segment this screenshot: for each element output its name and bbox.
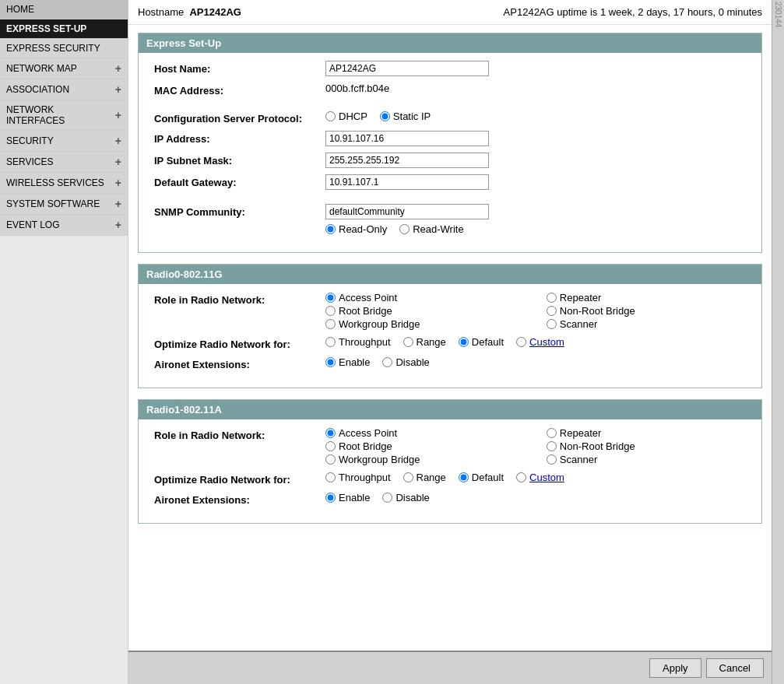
apply-button[interactable]: Apply [649, 658, 701, 678]
sidebar-item-wireless-services[interactable]: WIRELESS SERVICES + [0, 173, 128, 194]
radio1-root-bridge-radio[interactable] [325, 441, 336, 451]
default-gateway-row: Default Gateway: [154, 174, 746, 190]
mac-address-label: MAC Address: [154, 82, 325, 96]
radio0-throughput-option[interactable]: Throughput [325, 336, 391, 348]
cancel-button[interactable]: Cancel [706, 658, 764, 678]
radio0-default-radio[interactable] [459, 337, 469, 347]
plus-icon: + [115, 62, 121, 75]
sidebar-item-event-log[interactable]: EVENT LOG + [0, 215, 128, 236]
snmp-read-write-radio[interactable] [399, 224, 410, 234]
radio1-throughput-option[interactable]: Throughput [325, 472, 391, 483]
hostname-display: Hostname AP1242AG [138, 6, 241, 18]
dhcp-option[interactable]: DHCP [325, 110, 367, 122]
subnet-mask-input[interactable] [325, 153, 489, 168]
default-gateway-input[interactable] [325, 174, 489, 190]
radio1-default-radio[interactable] [459, 472, 469, 482]
radio0-range-option[interactable]: Range [403, 336, 446, 348]
sidebar-item-express-security[interactable]: EXPRESS SECURITY [0, 39, 128, 58]
radio0-non-root-bridge-radio[interactable] [547, 306, 557, 316]
radio0-role-row: Role in Radio Network: Access Point Repe… [154, 292, 746, 330]
radio0-scanner-option[interactable]: Scanner [547, 318, 746, 330]
radio1-section: Radio1-802.11A Role in Radio Network: Ac… [138, 399, 762, 524]
radio1-repeater-option[interactable]: Repeater [547, 427, 746, 439]
radio1-role-label: Role in Radio Network: [154, 427, 325, 441]
express-setup-body: Host Name: MAC Address: 000b.fcff.b04e C… [139, 53, 761, 252]
sidebar-item-services[interactable]: SERVICES + [0, 152, 128, 173]
radio1-custom-radio[interactable] [516, 472, 526, 482]
radio1-role-grid: Access Point Repeater Root Bridge [325, 427, 746, 465]
radio0-custom-link[interactable]: Custom [529, 336, 564, 348]
default-gateway-label: Default Gateway: [154, 174, 325, 188]
plus-icon: + [115, 156, 121, 168]
hostname-input[interactable] [325, 61, 489, 76]
radio0-aironet-enable-radio[interactable] [325, 357, 336, 367]
watermark: 230144 [772, 0, 784, 684]
radio0-range-radio[interactable] [403, 337, 413, 347]
static-ip-option[interactable]: Static IP [380, 110, 431, 122]
plus-icon: + [115, 109, 121, 121]
sidebar-item-system-software[interactable]: SYSTEM SOFTWARE + [0, 194, 128, 215]
radio1-range-option[interactable]: Range [403, 472, 446, 483]
radio1-custom-link[interactable]: Custom [529, 472, 564, 483]
radio1-default-option[interactable]: Default [459, 472, 504, 483]
radio0-aironet-disable-option[interactable]: Disable [382, 356, 429, 368]
radio0-access-point-radio[interactable] [325, 293, 336, 303]
sidebar-item-security[interactable]: SECURITY + [0, 131, 128, 152]
sidebar-item-association[interactable]: ASSOCIATION + [0, 79, 128, 100]
radio1-access-point-radio[interactable] [325, 428, 336, 438]
radio0-workgroup-bridge-radio[interactable] [325, 319, 336, 329]
snmp-read-write-option[interactable]: Read-Write [399, 223, 464, 235]
radio1-scanner-option[interactable]: Scanner [547, 454, 746, 465]
static-ip-radio[interactable] [380, 111, 390, 121]
snmp-community-input[interactable] [325, 204, 489, 219]
radio0-custom-option[interactable]: Custom [516, 336, 564, 348]
radio1-aironet-enable-option[interactable]: Enable [325, 492, 370, 503]
radio1-workgroup-bridge-radio[interactable] [325, 454, 336, 465]
sidebar-item-express-setup[interactable]: EXPRESS SET-UP [0, 19, 128, 39]
radio0-scanner-radio[interactable] [547, 319, 557, 329]
radio1-aironet-enable-radio[interactable] [325, 493, 336, 503]
radio0-repeater-option[interactable]: Repeater [547, 292, 746, 303]
radio1-throughput-radio[interactable] [325, 472, 336, 482]
radio0-aironet-row: Aironet Extensions: Enable Disable [154, 356, 746, 370]
radio1-aironet-disable-option[interactable]: Disable [382, 492, 429, 503]
radio1-non-root-bridge-option[interactable]: Non-Root Bridge [547, 440, 746, 452]
snmp-read-only-radio[interactable] [325, 224, 336, 234]
radio1-scanner-radio[interactable] [547, 454, 557, 465]
sidebar-item-network-map[interactable]: NETWORK MAP + [0, 58, 128, 79]
radio0-root-bridge-radio[interactable] [325, 306, 336, 316]
radio1-range-radio[interactable] [403, 472, 413, 482]
radio1-optimize-label: Optimize Radio Network for: [154, 472, 325, 486]
radio1-non-root-bridge-radio[interactable] [547, 441, 557, 451]
sidebar-item-network-interfaces[interactable]: NETWORKINTERFACES + [0, 100, 128, 131]
radio0-default-option[interactable]: Default [459, 336, 504, 348]
hostname-field-value [325, 61, 746, 76]
radio1-repeater-radio[interactable] [547, 428, 557, 438]
radio1-custom-option[interactable]: Custom [516, 472, 564, 483]
radio0-custom-radio[interactable] [516, 337, 526, 347]
radio0-aironet-enable-option[interactable]: Enable [325, 356, 370, 368]
uptime-display: AP1242AG uptime is 1 week, 2 days, 17 ho… [504, 6, 762, 18]
radio0-throughput-radio[interactable] [325, 337, 336, 347]
radio0-repeater-radio[interactable] [547, 293, 557, 303]
dhcp-radio[interactable] [325, 111, 336, 121]
radio0-non-root-bridge-option[interactable]: Non-Root Bridge [547, 305, 746, 317]
radio0-role-grid: Access Point Repeater Root Bridge [325, 292, 746, 330]
radio0-access-point-option[interactable]: Access Point [325, 292, 531, 303]
radio1-root-bridge-option[interactable]: Root Bridge [325, 440, 531, 452]
radio0-root-bridge-option[interactable]: Root Bridge [325, 305, 531, 317]
hostname-value: AP1242AG [189, 6, 241, 18]
radio1-optimize-options: Throughput Range Default [325, 472, 746, 483]
ip-address-input[interactable] [325, 131, 489, 146]
radio0-section: Radio0-802.11G Role in Radio Network: Ac… [138, 264, 762, 388]
radio1-access-point-option[interactable]: Access Point [325, 427, 531, 439]
radio1-workgroup-bridge-option[interactable]: Workgroup Bridge [325, 454, 531, 465]
radio0-workgroup-bridge-option[interactable]: Workgroup Bridge [325, 318, 531, 330]
radio1-aironet-options: Enable Disable [325, 492, 746, 503]
sidebar-item-home[interactable]: HOME [0, 0, 128, 19]
radio1-aironet-disable-radio[interactable] [382, 493, 392, 503]
hostname-label: Hostname [138, 6, 184, 18]
snmp-read-only-option[interactable]: Read-Only [325, 223, 387, 235]
radio0-aironet-disable-radio[interactable] [382, 357, 392, 367]
mac-address-row: MAC Address: 000b.fcff.b04e [154, 82, 746, 96]
